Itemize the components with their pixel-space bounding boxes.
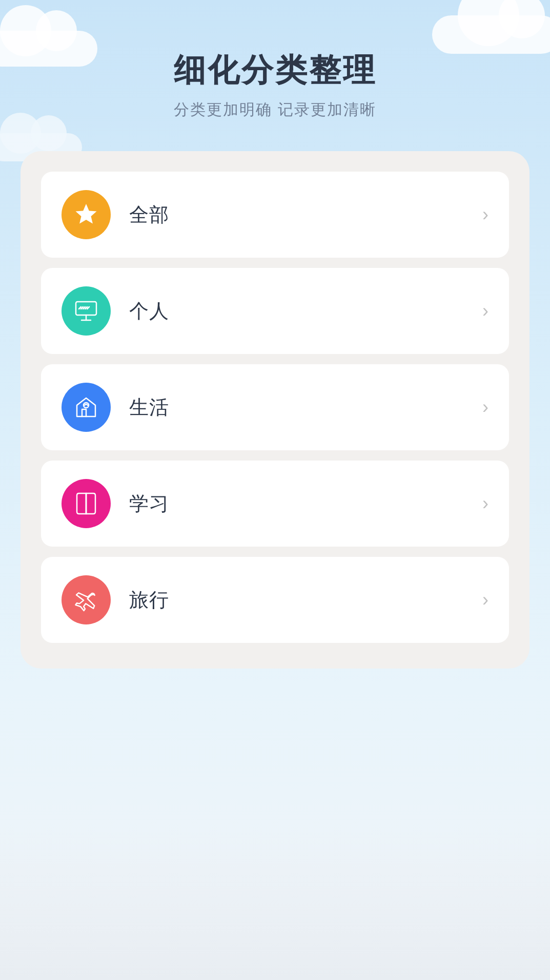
svg-marker-0: [76, 204, 97, 224]
category-item-travel[interactable]: 旅行 ›: [41, 557, 509, 643]
chevron-life-icon: ›: [482, 397, 488, 418]
star-icon: [62, 190, 111, 239]
category-travel-label: 旅行: [129, 587, 482, 613]
category-all-label: 全部: [129, 202, 482, 228]
home-icon: [62, 383, 111, 432]
plane-icon: [62, 575, 111, 624]
category-item-all[interactable]: 全部 ›: [41, 172, 509, 258]
book-icon: [62, 479, 111, 528]
page-subtitle: 分类更加明确 记录更加清晰: [0, 99, 550, 120]
chevron-travel-icon: ›: [482, 589, 488, 611]
category-item-study[interactable]: 学习 ›: [41, 461, 509, 547]
category-item-personal[interactable]: 个人 ›: [41, 268, 509, 354]
header: 细化分类整理 分类更加明确 记录更加清晰: [0, 0, 550, 141]
category-life-label: 生活: [129, 394, 482, 421]
bottom-background: [0, 826, 550, 980]
category-study-label: 学习: [129, 491, 482, 517]
monitor-icon: [62, 286, 111, 336]
category-list-container: 全部 › 个人 ›: [21, 151, 529, 669]
chevron-all-icon: ›: [482, 204, 488, 225]
page-title: 细化分类整理: [0, 51, 550, 89]
chevron-study-icon: ›: [482, 493, 488, 514]
chevron-personal-icon: ›: [482, 300, 488, 322]
category-personal-label: 个人: [129, 298, 482, 324]
category-item-life[interactable]: 生活 ›: [41, 364, 509, 450]
